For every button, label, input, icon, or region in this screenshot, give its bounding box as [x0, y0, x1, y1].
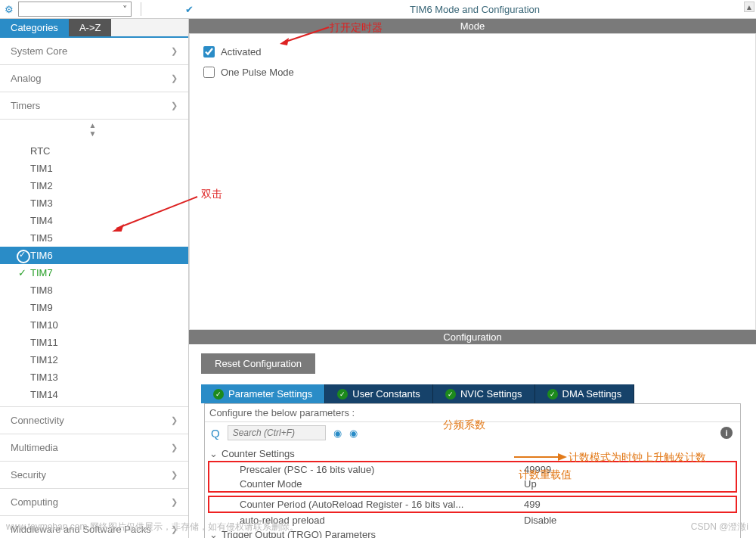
footer-left: www.toymoban.com 网络图片仅供展示，非存储，如有侵权请联系删除。	[6, 521, 299, 533]
one-pulse-checkbox[interactable]	[203, 67, 215, 78]
timer-item-tim9[interactable]: TIM9	[0, 299, 188, 316]
row-prescaler[interactable]: Prescaler (PSC - 16 bits value) 49999	[209, 462, 736, 477]
group-label: Multimedia	[11, 442, 58, 453]
status-dot-icon: ✓	[547, 389, 558, 400]
row-counter-mode[interactable]: Counter Mode Up	[209, 477, 736, 491]
status-dot-icon: ✓	[445, 389, 456, 400]
group-label: Security	[11, 469, 46, 480]
check-icon[interactable]: ✔	[185, 4, 194, 15]
tab-nvic-settings[interactable]: ✓NVIC Settings	[433, 384, 535, 403]
tree-counter-settings[interactable]: ⌄ Counter Settings	[209, 446, 736, 461]
status-dot-icon: ✓	[337, 389, 348, 400]
info-icon[interactable]: i	[720, 427, 733, 439]
counter-period-value[interactable]: 499	[509, 499, 736, 510]
activated-checkbox[interactable]	[203, 46, 215, 58]
footer-right: CSDN @澄澈i	[691, 521, 748, 533]
reset-configuration-button[interactable]: Reset Configuration	[201, 353, 315, 374]
scroll-handle-icon[interactable]: ▲▼	[0, 120, 188, 139]
peripheral-search-dropdown[interactable]: ˅	[18, 2, 132, 17]
param-search-input[interactable]	[228, 425, 326, 440]
tab-parameter-settings[interactable]: ✓Parameter Settings	[201, 384, 325, 403]
chevron-right-icon: ❯	[171, 497, 178, 507]
group-label: Timers	[11, 100, 40, 111]
group-label: Connectivity	[11, 415, 64, 426]
timer-item-tim8[interactable]: TIM8	[0, 281, 188, 299]
timer-item-rtc[interactable]: RTC	[0, 142, 188, 160]
svg-line-0	[284, 27, 329, 42]
chevron-right-icon: ❯	[171, 415, 178, 425]
group-connectivity[interactable]: Connectivity ❯	[0, 407, 188, 434]
prescaler-value[interactable]: 49999	[509, 464, 736, 475]
chevron-right-icon: ❯	[171, 73, 178, 83]
chevron-right-icon: ❯	[171, 46, 178, 56]
chevron-down-icon: ˅	[122, 4, 128, 15]
timer-item-tim10[interactable]: TIM10	[0, 316, 188, 334]
tab-user-constants[interactable]: ✓User Constants	[325, 384, 433, 403]
chevron-right-icon: ❯	[171, 443, 178, 452]
tab-dma-settings[interactable]: ✓DMA Settings	[535, 384, 635, 403]
scroll-up-icon[interactable]: ▲	[744, 2, 754, 12]
group-computing[interactable]: Computing ❯	[0, 489, 188, 516]
group-analog[interactable]: Analog ❯	[0, 65, 188, 92]
page-title: TIM6 Mode and Configuration	[410, 2, 540, 17]
counter-mode-value[interactable]: Up	[509, 478, 736, 490]
timer-item-tim1[interactable]: TIM1	[0, 160, 188, 177]
tab-categories[interactable]: Categories	[0, 19, 69, 36]
chevron-down-icon: ❯	[171, 101, 178, 110]
status-dot-icon: ✓	[213, 389, 224, 400]
arrow-icon	[514, 450, 567, 464]
group-label: Analog	[11, 73, 41, 84]
group-label: Computing	[11, 496, 58, 508]
timer-item-tim5[interactable]: TIM5	[0, 229, 188, 247]
timer-item-tim13[interactable]: TIM13	[0, 369, 188, 386]
tab-az[interactable]: A->Z	[69, 19, 112, 36]
gear-icon[interactable]: ⚙	[5, 4, 14, 15]
timer-item-tim6[interactable]: TIM6	[0, 247, 188, 264]
mode-bar: Mode	[189, 19, 756, 33]
svg-marker-1	[280, 38, 289, 45]
chevron-right-icon: ❯	[171, 470, 178, 480]
activated-checkbox-row[interactable]: Activated	[203, 46, 742, 58]
configuration-bar: Configuration	[189, 330, 756, 344]
svg-line-2	[116, 197, 197, 229]
arrow-icon	[280, 26, 333, 45]
timer-item-tim2[interactable]: TIM2	[0, 177, 188, 194]
group-label: System Core	[11, 45, 67, 57]
search-icon[interactable]: Q	[211, 427, 220, 440]
group-multimedia[interactable]: Multimedia ❯	[0, 434, 188, 462]
timer-list: RTC TIM1 TIM2 TIM3 TIM4 TIM5 TIM6 TIM7 T…	[0, 139, 188, 406]
row-counter-period[interactable]: Counter Period (AutoReload Register - 16…	[209, 497, 736, 512]
svg-marker-3	[112, 224, 124, 232]
one-pulse-checkbox-row[interactable]: One Pulse Mode	[203, 67, 742, 78]
activated-label: Activated	[221, 46, 261, 58]
timer-item-tim11[interactable]: TIM11	[0, 334, 188, 351]
group-system-core[interactable]: System Core ❯	[0, 38, 188, 65]
svg-marker-5	[558, 453, 567, 461]
group-timers[interactable]: Timers ❯	[0, 92, 188, 120]
timer-item-tim7[interactable]: TIM7	[0, 264, 188, 281]
timer-item-tim14[interactable]: TIM14	[0, 386, 188, 403]
timer-item-tim12[interactable]: TIM12	[0, 351, 188, 369]
prev-icon[interactable]: ◉	[333, 428, 342, 439]
caret-down-icon: ⌄	[209, 448, 222, 459]
arrow-icon	[110, 195, 201, 232]
one-pulse-label: One Pulse Mode	[221, 67, 294, 78]
next-icon[interactable]: ◉	[349, 428, 358, 439]
group-security[interactable]: Security ❯	[0, 462, 188, 489]
configure-hint: Configure the below parameters :	[205, 404, 740, 422]
